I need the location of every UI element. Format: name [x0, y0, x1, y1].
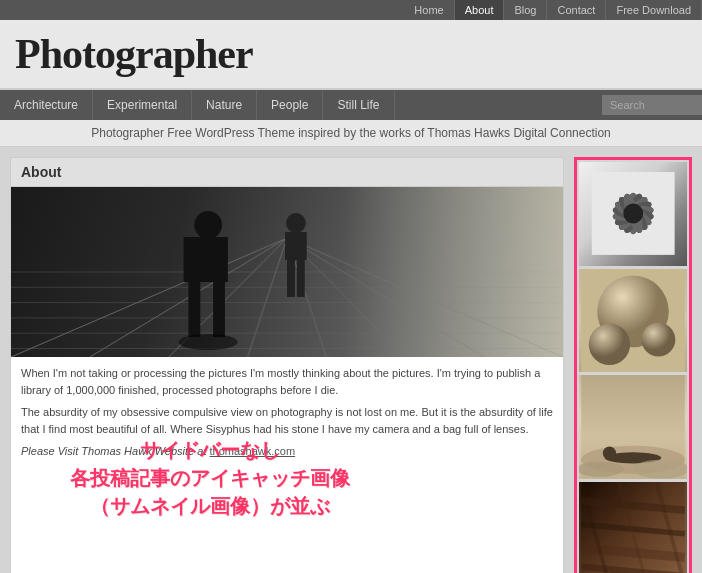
nav-about[interactable]: About [455, 0, 505, 20]
about-photo [11, 187, 563, 357]
about-paragraph-2: The absurdity of my obsessive compulsive… [21, 404, 553, 437]
nav-people[interactable]: People [257, 90, 323, 120]
main-nav: Architecture Experimental Nature People … [0, 90, 702, 120]
desert-image [579, 375, 687, 479]
sidebar-thumb-2[interactable] [579, 269, 687, 373]
about-paragraph-1: When I'm not taking or processing the pi… [21, 365, 553, 398]
main-content: About When I'm not taking or processing … [10, 157, 564, 573]
site-title: Photographer [15, 30, 687, 78]
content-wrapper: About When I'm not taking or processing … [0, 147, 702, 573]
sidebar [574, 157, 692, 573]
svg-point-23 [641, 322, 675, 356]
spheres-image [579, 269, 687, 373]
about-heading: About [11, 158, 563, 187]
svg-point-22 [589, 323, 630, 364]
tagline: Photographer Free WordPress Theme inspir… [0, 120, 702, 147]
nav-free-download[interactable]: Free Download [606, 0, 702, 20]
about-link: Please Visit Thomas Hawk Website at thom… [21, 443, 553, 460]
nav-home[interactable]: Home [404, 0, 454, 20]
nav-architecture[interactable]: Architecture [0, 90, 93, 120]
nav-contact[interactable]: Contact [547, 0, 606, 20]
svg-point-19 [623, 204, 643, 224]
abstract-image [579, 482, 687, 573]
nav-nature[interactable]: Nature [192, 90, 257, 120]
sidebar-thumb-4[interactable] [579, 482, 687, 573]
search-input[interactable] [602, 95, 702, 115]
nav-experimental[interactable]: Experimental [93, 90, 192, 120]
sidebar-thumb-3[interactable] [579, 375, 687, 479]
about-link-url[interactable]: thomashawk.com [210, 445, 296, 457]
sidebar-thumb-1[interactable] [579, 162, 687, 266]
about-link-label: Please Visit Thomas Hawk Website at [21, 445, 206, 457]
about-text: When I'm not taking or processing the pi… [11, 357, 563, 474]
site-header: Photographer [0, 20, 702, 90]
svg-point-27 [603, 447, 616, 460]
nav-still-life[interactable]: Still Life [323, 90, 394, 120]
nav-blog[interactable]: Blog [504, 0, 547, 20]
svg-point-28 [633, 460, 687, 479]
flower-image [590, 172, 676, 255]
top-nav: Home About Blog Contact Free Download [0, 0, 702, 20]
